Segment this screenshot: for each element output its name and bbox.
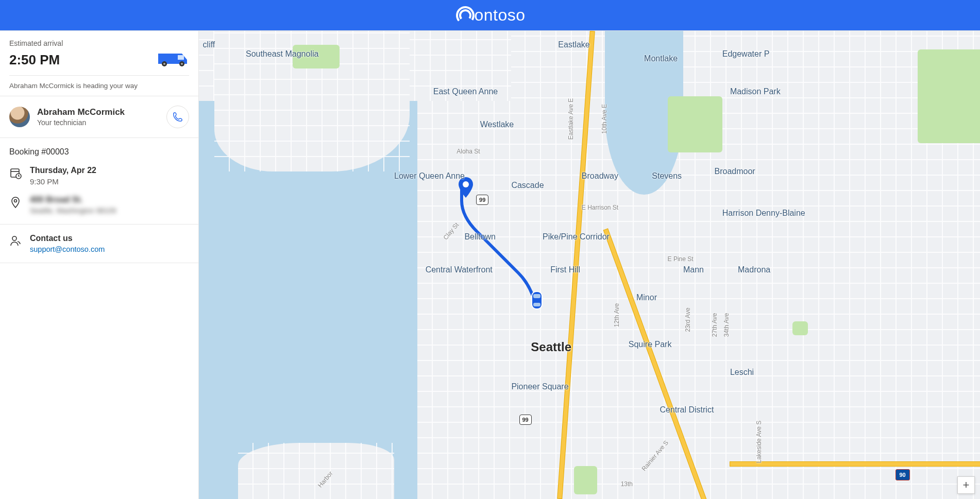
svg-rect-14: [533, 294, 540, 298]
phone-icon: [172, 111, 183, 123]
calendar-icon: [9, 167, 22, 181]
booking-address-line1: 400 Broad St.: [30, 195, 116, 204]
van-icon: [156, 49, 189, 70]
tracking-map[interactable]: Southeast Magnolia cliff East Queen Anne…: [199, 31, 980, 499]
booking-date: Thursday, Apr 22: [30, 166, 96, 175]
vehicle-marker-icon: [529, 288, 545, 311]
eta-section: Estimated arrival 2:50 PM Abraham McCorm…: [0, 31, 198, 96]
svg-point-12: [463, 181, 469, 187]
person-support-icon: [9, 235, 22, 249]
brand-text: ontoso: [474, 6, 525, 25]
svg-point-0: [454, 5, 476, 26]
booking-address-line2: Seattle, Washington 98109: [30, 207, 116, 215]
technician-name: Abraham McCormick: [37, 107, 125, 117]
svg-point-6: [181, 63, 183, 65]
contact-section: Contact us support@contoso.com: [0, 225, 198, 263]
eta-time: 2:50 PM: [9, 52, 60, 68]
svg-rect-2: [178, 55, 184, 60]
svg-point-1: [458, 8, 472, 22]
booking-section: Booking #00003 Thursday, Apr 22 9:30 PM: [0, 138, 198, 225]
interstate-shield: 90: [895, 469, 910, 480]
technician-info: Abraham McCormick Your technician: [37, 107, 125, 127]
technician-role: Your technician: [37, 118, 125, 127]
contact-title: Contact us: [30, 234, 105, 243]
svg-point-10: [14, 200, 17, 202]
booking-address-row: 400 Broad St. Seattle, Washington 98109: [9, 195, 189, 215]
booking-time: 9:30 PM: [30, 177, 96, 186]
eta-status: Abraham McCormick is heading your way: [9, 82, 189, 90]
logo-c-icon: [454, 5, 476, 26]
map-zoom-in-button[interactable]: +: [957, 476, 975, 494]
details-sidebar: Estimated arrival 2:50 PM Abraham McCorm…: [0, 31, 199, 499]
main-content: Estimated arrival 2:50 PM Abraham McCorm…: [0, 31, 980, 499]
contact-email-link[interactable]: support@contoso.com: [30, 245, 105, 253]
call-button[interactable]: [166, 106, 189, 128]
eta-row: 2:50 PM: [9, 49, 189, 76]
location-pin-icon: [9, 196, 22, 211]
hwy-shield: 99: [476, 195, 488, 205]
svg-rect-15: [533, 303, 540, 306]
app-header: ontoso: [0, 0, 980, 31]
eta-label: Estimated arrival: [9, 39, 189, 47]
brand-logo: ontoso: [454, 5, 525, 26]
map-park: [668, 96, 722, 152]
booking-number: Booking #00003: [9, 147, 189, 157]
destination-pin-icon: [457, 176, 475, 195]
technician-section: Abraham McCormick Your technician: [0, 96, 198, 138]
svg-point-4: [163, 63, 165, 65]
svg-point-11: [12, 236, 16, 240]
booking-datetime-row: Thursday, Apr 22 9:30 PM: [9, 166, 189, 186]
technician-avatar: [9, 107, 30, 127]
